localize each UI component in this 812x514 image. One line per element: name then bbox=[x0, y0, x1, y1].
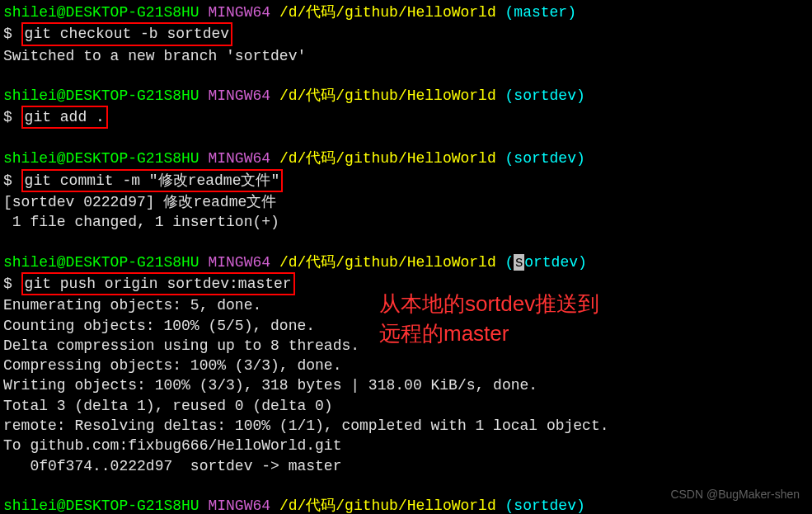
command-line-2[interactable]: $ git add . bbox=[3, 106, 809, 129]
env-label: MINGW64 bbox=[208, 4, 270, 21]
path-label: /d/代码/github/HelloWorld bbox=[279, 4, 496, 21]
annotation-line-1: 从本地的sortdev推送到 bbox=[379, 289, 599, 318]
dollar-sign: $ bbox=[3, 26, 21, 42]
branch-label: (sortdev) bbox=[505, 87, 585, 104]
user-host: shilei@DESKTOP-G21S8HU bbox=[3, 497, 199, 514]
prompt-line-1: shilei@DESKTOP-G21S8HU MINGW64 /d/代码/git… bbox=[3, 2, 809, 22]
git-push-cmd: git push origin sortdev:master bbox=[21, 272, 295, 295]
annotation-text: 从本地的sortdev推送到 远程的master bbox=[379, 289, 599, 349]
env-label: MINGW64 bbox=[208, 254, 270, 271]
dollar-sign: $ bbox=[3, 172, 21, 189]
cursor-char: s bbox=[514, 254, 524, 271]
user-host: shilei@DESKTOP-G21S8HU bbox=[3, 150, 199, 167]
user-host: shilei@DESKTOP-G21S8HU bbox=[3, 87, 199, 104]
output-writing: Writing objects: 100% (3/3), 318 bytes |… bbox=[3, 375, 809, 395]
prompt-line-2: shilei@DESKTOP-G21S8HU MINGW64 /d/代码/git… bbox=[3, 86, 809, 106]
git-commit-cmd: git commit -m "修改readme文件" bbox=[21, 169, 284, 192]
output-commit-hash: [sortdev 0222d97] 修改readme文件 bbox=[3, 192, 809, 212]
dollar-sign: $ bbox=[3, 109, 21, 125]
git-add-cmd: git add . bbox=[21, 106, 108, 129]
env-label: MINGW64 bbox=[208, 150, 270, 167]
prompt-line-3: shilei@DESKTOP-G21S8HU MINGW64 /d/代码/git… bbox=[3, 149, 809, 168]
branch-label: (sortdev) bbox=[505, 150, 585, 167]
output-files-changed: 1 file changed, 1 insertion(+) bbox=[3, 212, 809, 232]
annotation-line-2: 远程的master bbox=[379, 318, 599, 348]
branch-label: (master) bbox=[505, 4, 576, 21]
env-label: MINGW64 bbox=[208, 497, 270, 514]
output-compressing: Compressing objects: 100% (3/3), done. bbox=[3, 356, 809, 375]
command-line-1[interactable]: $ git checkout -b sortdev bbox=[3, 22, 809, 45]
dollar-sign: $ bbox=[3, 276, 21, 292]
git-checkout-cmd: git checkout -b sortdev bbox=[21, 22, 232, 45]
user-host: shilei@DESKTOP-G21S8HU bbox=[3, 4, 199, 21]
path-label: /d/代码/github/HelloWorld bbox=[279, 497, 496, 514]
branch-label: (sortdev) bbox=[505, 497, 585, 514]
env-label: MINGW64 bbox=[208, 87, 270, 104]
prompt-line-4: shilei@DESKTOP-G21S8HU MINGW64 /d/代码/git… bbox=[3, 252, 809, 272]
output-switched-branch: Switched to a new branch 'sortdev' bbox=[3, 46, 809, 66]
path-label: /d/代码/github/HelloWorld bbox=[279, 87, 496, 104]
user-host: shilei@DESKTOP-G21S8HU bbox=[3, 254, 199, 271]
command-line-3[interactable]: $ git commit -m "修改readme文件" bbox=[3, 169, 809, 192]
output-total: Total 3 (delta 1), reused 0 (delta 0) bbox=[3, 396, 809, 416]
path-label: /d/代码/github/HelloWorld bbox=[279, 254, 496, 271]
output-remote: remote: Resolving deltas: 100% (1/1), co… bbox=[3, 416, 809, 436]
output-ref-update: 0f0f374..0222d97 sortdev -> master bbox=[3, 456, 809, 476]
branch-rest: ortdev) bbox=[524, 254, 587, 271]
output-to-remote: To github.com:fixbug666/HelloWorld.git bbox=[3, 436, 809, 455]
path-label: /d/代码/github/HelloWorld bbox=[279, 150, 496, 167]
branch-paren-open: ( bbox=[505, 254, 514, 271]
watermark: CSDN @BugMaker-shen bbox=[670, 487, 800, 502]
